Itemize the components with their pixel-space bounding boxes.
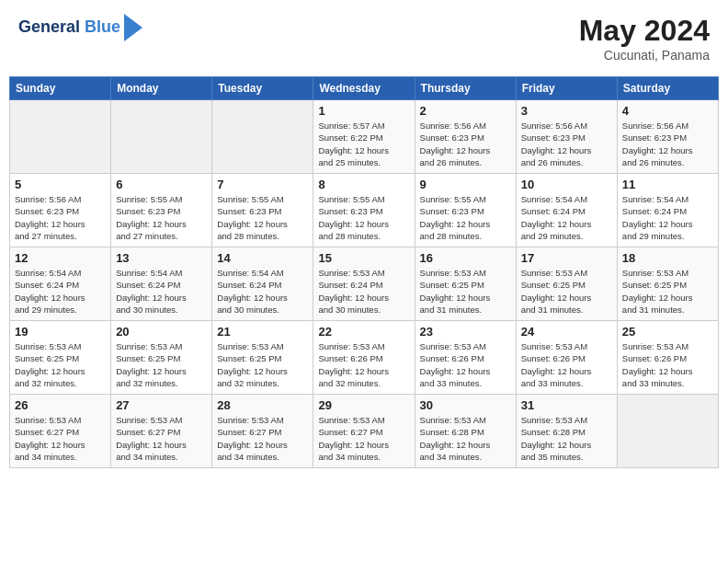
calendar-cell: 4Sunrise: 5:56 AM Sunset: 6:23 PM Daylig… [617, 100, 718, 174]
calendar-week-5: 26Sunrise: 5:53 AM Sunset: 6:27 PM Dayli… [10, 395, 719, 468]
day-number: 5 [15, 178, 106, 191]
day-number: 17 [521, 251, 612, 265]
calendar-cell [617, 395, 718, 468]
month-title: May 2024 [579, 14, 710, 48]
day-number: 19 [15, 325, 106, 339]
calendar-cell: 6Sunrise: 5:55 AM Sunset: 6:23 PM Daylig… [111, 174, 212, 247]
day-number: 1 [318, 104, 409, 118]
day-number: 11 [622, 178, 713, 191]
location-subtitle: Cucunati, Panama [579, 48, 710, 63]
day-number: 22 [318, 325, 409, 339]
day-info: Sunrise: 5:53 AM Sunset: 6:27 PM Dayligh… [116, 414, 207, 463]
day-number: 4 [622, 104, 713, 118]
day-info: Sunrise: 5:56 AM Sunset: 6:23 PM Dayligh… [622, 120, 713, 168]
day-number: 2 [420, 104, 511, 118]
day-info: Sunrise: 5:55 AM Sunset: 6:23 PM Dayligh… [318, 193, 409, 242]
day-info: Sunrise: 5:53 AM Sunset: 6:26 PM Dayligh… [622, 340, 713, 389]
day-header-friday: Friday [516, 77, 617, 100]
day-info: Sunrise: 5:53 AM Sunset: 6:25 PM Dayligh… [622, 267, 713, 316]
calendar-cell: 1Sunrise: 5:57 AM Sunset: 6:22 PM Daylig… [313, 100, 415, 174]
day-info: Sunrise: 5:53 AM Sunset: 6:25 PM Dayligh… [521, 267, 612, 316]
day-info: Sunrise: 5:53 AM Sunset: 6:26 PM Dayligh… [521, 340, 612, 389]
calendar-cell: 5Sunrise: 5:56 AM Sunset: 6:23 PM Daylig… [10, 174, 111, 247]
day-info: Sunrise: 5:54 AM Sunset: 6:24 PM Dayligh… [15, 267, 106, 316]
calendar-cell: 21Sunrise: 5:53 AM Sunset: 6:25 PM Dayli… [212, 321, 313, 395]
day-info: Sunrise: 5:53 AM Sunset: 6:27 PM Dayligh… [15, 414, 106, 463]
calendar-cell: 7Sunrise: 5:55 AM Sunset: 6:23 PM Daylig… [212, 174, 313, 247]
header-row: SundayMondayTuesdayWednesdayThursdayFrid… [10, 77, 719, 100]
calendar-cell: 9Sunrise: 5:55 AM Sunset: 6:23 PM Daylig… [415, 174, 516, 247]
logo-text: General Blue [18, 18, 120, 37]
calendar-cell: 17Sunrise: 5:53 AM Sunset: 6:25 PM Dayli… [516, 247, 617, 321]
day-number: 12 [15, 251, 106, 265]
day-number: 26 [15, 398, 106, 412]
day-info: Sunrise: 5:54 AM Sunset: 6:24 PM Dayligh… [521, 193, 612, 242]
day-number: 24 [521, 325, 612, 339]
day-info: Sunrise: 5:53 AM Sunset: 6:24 PM Dayligh… [318, 267, 409, 316]
day-info: Sunrise: 5:53 AM Sunset: 6:26 PM Dayligh… [318, 340, 409, 389]
day-info: Sunrise: 5:53 AM Sunset: 6:28 PM Dayligh… [420, 414, 511, 463]
calendar-cell: 13Sunrise: 5:54 AM Sunset: 6:24 PM Dayli… [111, 247, 212, 321]
day-number: 29 [318, 398, 409, 412]
day-info: Sunrise: 5:53 AM Sunset: 6:27 PM Dayligh… [318, 414, 409, 463]
day-number: 6 [116, 178, 207, 191]
day-info: Sunrise: 5:57 AM Sunset: 6:22 PM Dayligh… [318, 120, 409, 168]
day-info: Sunrise: 5:55 AM Sunset: 6:23 PM Dayligh… [217, 193, 308, 242]
calendar-week-2: 5Sunrise: 5:56 AM Sunset: 6:23 PM Daylig… [10, 174, 719, 247]
day-number: 7 [217, 178, 308, 191]
calendar-week-4: 19Sunrise: 5:53 AM Sunset: 6:25 PM Dayli… [10, 321, 719, 395]
calendar-cell [212, 100, 313, 174]
logo-icon [124, 14, 142, 41]
day-number: 25 [622, 325, 713, 339]
calendar-cell: 12Sunrise: 5:54 AM Sunset: 6:24 PM Dayli… [10, 247, 111, 321]
day-info: Sunrise: 5:53 AM Sunset: 6:27 PM Dayligh… [217, 414, 308, 463]
day-number: 8 [318, 178, 409, 191]
calendar-cell [10, 100, 111, 174]
calendar-table: SundayMondayTuesdayWednesdayThursdayFrid… [9, 76, 719, 468]
day-number: 18 [622, 251, 713, 265]
day-info: Sunrise: 5:55 AM Sunset: 6:23 PM Dayligh… [420, 193, 511, 242]
day-header-saturday: Saturday [617, 77, 718, 100]
day-info: Sunrise: 5:55 AM Sunset: 6:23 PM Dayligh… [116, 193, 207, 242]
day-info: Sunrise: 5:53 AM Sunset: 6:25 PM Dayligh… [217, 340, 308, 389]
day-info: Sunrise: 5:54 AM Sunset: 6:24 PM Dayligh… [116, 267, 207, 316]
title-block: May 2024 Cucunati, Panama [579, 14, 710, 63]
day-info: Sunrise: 5:54 AM Sunset: 6:24 PM Dayligh… [217, 267, 308, 316]
day-number: 20 [116, 325, 207, 339]
svg-marker-0 [124, 14, 142, 41]
calendar-cell: 22Sunrise: 5:53 AM Sunset: 6:26 PM Dayli… [313, 321, 415, 395]
day-number: 16 [420, 251, 511, 265]
day-number: 30 [420, 398, 511, 412]
calendar-cell: 18Sunrise: 5:53 AM Sunset: 6:25 PM Dayli… [617, 247, 718, 321]
day-number: 14 [217, 251, 308, 265]
calendar-cell: 14Sunrise: 5:54 AM Sunset: 6:24 PM Dayli… [212, 247, 313, 321]
day-info: Sunrise: 5:53 AM Sunset: 6:25 PM Dayligh… [420, 267, 511, 316]
day-number: 9 [420, 178, 511, 191]
day-header-monday: Monday [111, 77, 212, 100]
calendar-cell: 30Sunrise: 5:53 AM Sunset: 6:28 PM Dayli… [415, 395, 516, 468]
calendar-cell: 29Sunrise: 5:53 AM Sunset: 6:27 PM Dayli… [313, 395, 415, 468]
day-number: 31 [521, 398, 612, 412]
day-info: Sunrise: 5:53 AM Sunset: 6:25 PM Dayligh… [15, 340, 106, 389]
calendar-week-3: 12Sunrise: 5:54 AM Sunset: 6:24 PM Dayli… [10, 247, 719, 321]
day-number: 23 [420, 325, 511, 339]
day-number: 3 [521, 104, 612, 118]
calendar-cell: 26Sunrise: 5:53 AM Sunset: 6:27 PM Dayli… [10, 395, 111, 468]
day-header-wednesday: Wednesday [313, 77, 415, 100]
calendar-cell: 25Sunrise: 5:53 AM Sunset: 6:26 PM Dayli… [617, 321, 718, 395]
day-info: Sunrise: 5:53 AM Sunset: 6:28 PM Dayligh… [521, 414, 612, 463]
day-number: 27 [116, 398, 207, 412]
page-header: General Blue May 2024 Cucunati, Panama [9, 9, 719, 67]
calendar-week-1: 1Sunrise: 5:57 AM Sunset: 6:22 PM Daylig… [10, 100, 719, 174]
calendar-cell: 2Sunrise: 5:56 AM Sunset: 6:23 PM Daylig… [415, 100, 516, 174]
calendar-cell: 27Sunrise: 5:53 AM Sunset: 6:27 PM Dayli… [111, 395, 212, 468]
calendar-cell: 8Sunrise: 5:55 AM Sunset: 6:23 PM Daylig… [313, 174, 415, 247]
day-header-tuesday: Tuesday [212, 77, 313, 100]
day-info: Sunrise: 5:56 AM Sunset: 6:23 PM Dayligh… [15, 193, 106, 242]
day-info: Sunrise: 5:56 AM Sunset: 6:23 PM Dayligh… [521, 120, 612, 168]
calendar-cell: 3Sunrise: 5:56 AM Sunset: 6:23 PM Daylig… [516, 100, 617, 174]
day-header-sunday: Sunday [10, 77, 111, 100]
calendar-cell: 28Sunrise: 5:53 AM Sunset: 6:27 PM Dayli… [212, 395, 313, 468]
calendar-cell: 16Sunrise: 5:53 AM Sunset: 6:25 PM Dayli… [415, 247, 516, 321]
day-info: Sunrise: 5:56 AM Sunset: 6:23 PM Dayligh… [420, 120, 511, 168]
